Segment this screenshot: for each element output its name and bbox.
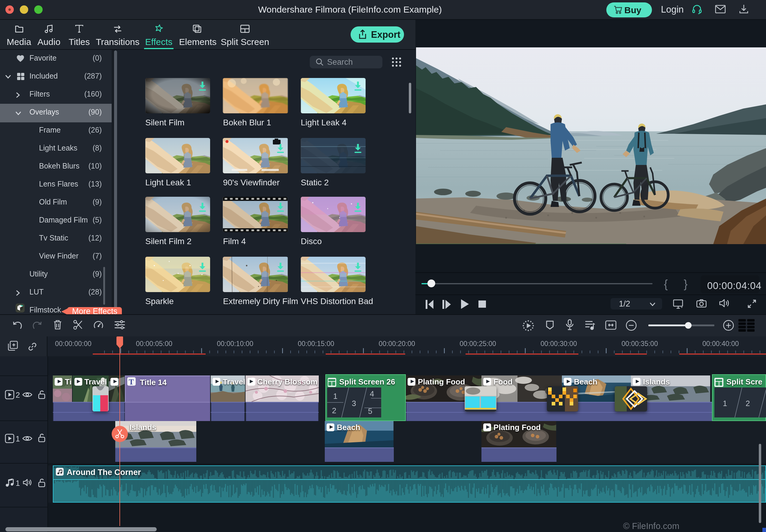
svg-text:1: 1 bbox=[723, 399, 727, 408]
svg-text:2: 2 bbox=[746, 399, 750, 408]
svg-text:More Effects: More Effects bbox=[72, 307, 117, 314]
svg-text:2: 2 bbox=[332, 406, 336, 415]
svg-text:3: 3 bbox=[352, 399, 356, 408]
svg-text:5: 5 bbox=[368, 407, 372, 416]
svg-text:4: 4 bbox=[370, 389, 374, 398]
svg-text:1: 1 bbox=[333, 392, 337, 401]
